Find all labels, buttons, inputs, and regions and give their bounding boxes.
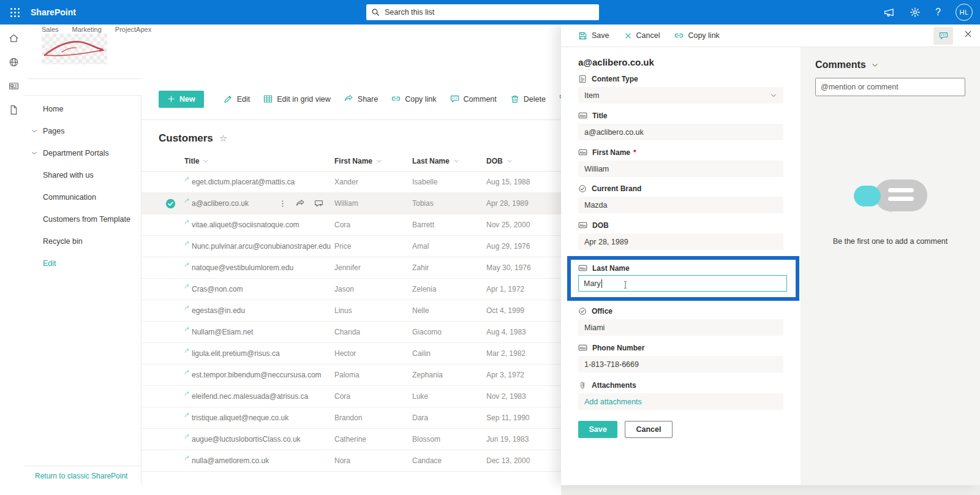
comments-toggle-button[interactable]: [933, 27, 953, 45]
sidebar-item-pages[interactable]: Pages: [23, 120, 141, 142]
row-last-name: Zahir: [409, 263, 483, 272]
dob-input[interactable]: Apr 28, 1989: [578, 233, 783, 250]
selected-check-icon[interactable]: [165, 198, 176, 209]
home-icon[interactable]: [9, 33, 19, 43]
sidebar-item-communication[interactable]: Communication: [23, 186, 141, 208]
row-last-name: Cailin: [409, 349, 483, 358]
row-last-name: Giacomo: [409, 328, 483, 336]
tab-sales[interactable]: Sales: [42, 26, 59, 33]
row-title[interactable]: a@aclibero.co.uk: [192, 199, 249, 208]
column-header-title[interactable]: Title: [181, 157, 331, 165]
edit-button[interactable]: Edit: [224, 94, 251, 104]
form-save-button[interactable]: Save: [578, 421, 617, 438]
chevron-down-icon: [31, 127, 38, 135]
title-input[interactable]: a@aclibero.co.uk: [578, 124, 783, 140]
tab-projectapex[interactable]: ProjectApex: [115, 26, 151, 33]
first-name-input[interactable]: William: [578, 161, 783, 177]
shared-item-icon: [184, 198, 190, 203]
row-first-name: Catherine: [331, 435, 409, 444]
globe-icon[interactable]: [9, 57, 19, 67]
row-title[interactable]: nulla@ametlorem.co.uk: [192, 456, 269, 465]
megaphone-icon[interactable]: [883, 7, 895, 18]
news-icon[interactable]: [9, 81, 19, 91]
share-icon[interactable]: [296, 199, 305, 208]
column-header-first-name[interactable]: First Name: [331, 157, 409, 165]
edit-in-grid-view-button[interactable]: Edit in grid view: [263, 94, 331, 104]
chevron-down-icon: [453, 158, 459, 164]
content-type-select[interactable]: Item: [578, 87, 783, 104]
tab-marketing[interactable]: Marketing: [72, 26, 102, 33]
sidebar-item-shared-with-us[interactable]: Shared with us: [23, 164, 141, 186]
help-icon[interactable]: ?: [935, 7, 941, 18]
row-last-name: Amal: [409, 242, 483, 251]
chevron-down-icon: [31, 149, 38, 157]
gear-icon[interactable]: [910, 7, 921, 18]
field-content-type: Content Type Item: [578, 75, 783, 104]
row-title[interactable]: natoque@vestibulumlorem.edu: [192, 263, 293, 272]
text-caret: [601, 279, 602, 288]
row-first-name: William: [331, 199, 409, 208]
panel-cancel-button[interactable]: Cancel: [624, 31, 660, 40]
document-icon[interactable]: [9, 105, 19, 115]
row-last-name: Luke: [409, 392, 483, 401]
required-asterisk: *: [633, 148, 636, 157]
field-title: Title a@aclibero.co.uk: [578, 111, 783, 140]
row-title[interactable]: vitae.aliquet@sociisnatoque.com: [192, 221, 300, 229]
text-field-icon: [578, 148, 587, 157]
row-title[interactable]: est.tempor.bibendum@neccursusa.com: [192, 371, 322, 379]
row-title[interactable]: Cras@non.com: [192, 285, 243, 293]
sidebar-item-home[interactable]: Home: [23, 98, 141, 120]
row-title[interactable]: eleifend.nec.malesuada@atrisus.ca: [192, 392, 308, 401]
sidebar-item-department-portals[interactable]: Department Portals: [23, 142, 141, 164]
row-first-name: Nora: [331, 456, 409, 465]
add-attachments-link[interactable]: Add attachments: [578, 393, 783, 410]
row-last-name: Zephania: [409, 371, 483, 379]
panel-save-button[interactable]: Save: [578, 31, 609, 40]
chevron-down-icon[interactable]: [871, 61, 879, 69]
panel-copy-link-button[interactable]: Copy link: [674, 31, 719, 40]
close-panel-icon[interactable]: [963, 29, 973, 39]
current-brand-input[interactable]: Mazda: [578, 197, 783, 213]
chevron-down-icon: [203, 158, 209, 164]
text-field-icon: [578, 263, 587, 273]
column-header-last-name[interactable]: Last Name: [409, 157, 483, 165]
row-title[interactable]: Nullam@Etiam.net: [192, 328, 253, 336]
add-comment-icon[interactable]: [314, 199, 323, 208]
office-input[interactable]: Miami: [578, 319, 783, 336]
phone-number-input[interactable]: 1-813-718-6669: [578, 356, 783, 372]
comment-button[interactable]: Comment: [450, 94, 497, 104]
sidebar: Home Pages Department Portals Shared wit…: [23, 95, 141, 485]
search-box[interactable]: [366, 4, 599, 20]
sidebar-item-recycle-bin[interactable]: Recycle bin: [23, 230, 141, 252]
row-title[interactable]: egestas@in.edu: [192, 306, 245, 315]
return-to-classic-link[interactable]: Return to classic SharePoint: [23, 466, 141, 485]
row-title[interactable]: Nunc.pulvinar.arcu@conubianostraper.edu: [192, 242, 331, 251]
sidebar-item-customers-from-template[interactable]: Customers from Template: [23, 208, 141, 230]
row-title[interactable]: ligula.elit.pretium@risus.ca: [192, 349, 280, 358]
text-field-icon: [578, 221, 587, 230]
share-button[interactable]: Share: [344, 94, 378, 104]
comment-input[interactable]: [815, 78, 965, 96]
item-title: a@aclibero.co.uk: [578, 57, 783, 67]
copy-link-button[interactable]: Copy link: [391, 94, 436, 104]
field-office: Office Miami: [578, 307, 783, 336]
row-first-name: Brandon: [331, 414, 409, 422]
last-name-input[interactable]: Mary: [578, 275, 787, 292]
form-cancel-button[interactable]: Cancel: [625, 421, 673, 438]
new-button[interactable]: New: [159, 91, 204, 108]
delete-button[interactable]: Delete: [510, 94, 546, 104]
app-launcher-waffle-icon[interactable]: [0, 0, 29, 25]
sidebar-item-edit[interactable]: Edit: [23, 252, 141, 274]
avatar[interactable]: HL: [956, 4, 973, 21]
choice-field-icon: [578, 184, 587, 193]
row-title[interactable]: eget.dictum.placerat@mattis.ca: [192, 178, 295, 186]
comments-empty-text: Be the first one to add a comment: [833, 237, 948, 246]
row-title[interactable]: augue@luctuslobortisClass.co.uk: [192, 435, 301, 444]
row-first-name: Xander: [331, 178, 409, 186]
text-field-icon: [578, 343, 587, 352]
row-title[interactable]: tristique.aliquet@neque.co.uk: [192, 414, 288, 422]
search-input[interactable]: [385, 8, 594, 17]
row-first-name: Cora: [331, 392, 409, 401]
favorite-star-icon[interactable]: ☆: [219, 133, 227, 144]
more-options-icon[interactable]: [279, 200, 287, 208]
